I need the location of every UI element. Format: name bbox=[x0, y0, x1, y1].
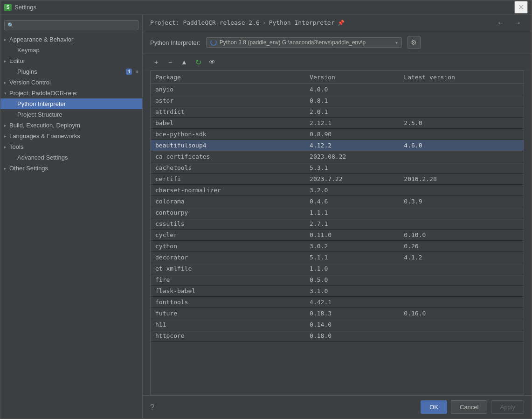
sidebar-item-project[interactable]: ▾Project: PaddleOCR-rele: bbox=[0, 88, 142, 98]
table-row[interactable]: fire0.5.0 bbox=[151, 274, 524, 286]
package-latest-version bbox=[399, 297, 524, 308]
sidebar-item-label: Project: PaddleOCR-rele: bbox=[9, 90, 78, 97]
table-row[interactable]: h110.14.0 bbox=[151, 319, 524, 330]
show-paths-button[interactable]: 👁 bbox=[206, 57, 218, 67]
sidebar-item-label: Editor bbox=[9, 57, 25, 64]
package-name: httpcore bbox=[151, 330, 305, 342]
content-area: 🔍 ▸Appearance & BehaviorKeymap▸EditorPlu… bbox=[0, 14, 532, 419]
table-row[interactable]: bce-python-sdk0.8.90 bbox=[151, 129, 524, 140]
package-version: 2023.08.22 bbox=[305, 151, 399, 162]
apply-button[interactable]: Apply bbox=[491, 400, 524, 414]
package-latest-version bbox=[399, 95, 524, 106]
table-row[interactable]: contourpy1.1.1 bbox=[151, 207, 524, 218]
package-name: cycler bbox=[151, 230, 305, 241]
table-row[interactable]: cycler0.11.00.10.0 bbox=[151, 230, 524, 241]
table-row[interactable]: ca-certificates2023.08.22 bbox=[151, 151, 524, 162]
table-row[interactable]: cachetools5.3.1 bbox=[151, 162, 524, 174]
sidebar-item-label: Build, Execution, Deploym bbox=[9, 122, 80, 129]
close-button[interactable]: ✕ bbox=[514, 1, 528, 14]
sidebar-item-label: Python Interpreter bbox=[17, 100, 66, 107]
package-table-container[interactable]: Package Version Latest version anyio4.0.… bbox=[150, 70, 524, 395]
sidebar-item-python-interpreter[interactable]: Python Interpreter bbox=[0, 98, 142, 109]
package-name: attrdict bbox=[151, 106, 305, 118]
ok-button[interactable]: OK bbox=[421, 400, 447, 414]
table-row[interactable]: flask-babel3.1.0 bbox=[151, 286, 524, 297]
package-name: astor bbox=[151, 95, 305, 106]
refresh-button[interactable]: ↻ bbox=[192, 57, 204, 67]
package-latest-version: 0.26 bbox=[399, 241, 524, 252]
package-version: 0.18.3 bbox=[305, 308, 399, 319]
sidebar-item-advanced[interactable]: Advanced Settings bbox=[0, 152, 142, 163]
package-latest-version bbox=[399, 151, 524, 162]
package-version: 0.5.0 bbox=[305, 274, 399, 286]
cancel-button[interactable]: Cancel bbox=[451, 400, 487, 414]
table-row[interactable]: babel2.12.12.5.0 bbox=[151, 118, 524, 129]
back-button[interactable]: ← bbox=[494, 18, 507, 28]
settings-window: S Settings ✕ 🔍 ▸Appearance & BehaviorKey… bbox=[0, 0, 532, 419]
table-row[interactable]: beautifulsoup44.12.24.6.0 bbox=[151, 140, 524, 151]
table-row[interactable]: charset-normalizer3.2.0 bbox=[151, 185, 524, 196]
table-row[interactable]: decorator5.1.14.1.2 bbox=[151, 252, 524, 263]
package-version: 2.7.1 bbox=[305, 218, 399, 230]
table-row[interactable]: anyio4.0.0 bbox=[151, 84, 524, 95]
package-latest-version: 4.6.0 bbox=[399, 140, 524, 151]
package-version: 1.1.0 bbox=[305, 263, 399, 274]
sidebar-nav: ▸Appearance & BehaviorKeymap▸EditorPlugi… bbox=[0, 34, 142, 174]
package-name: decorator bbox=[151, 252, 305, 263]
package-latest-version bbox=[399, 286, 524, 297]
forward-button[interactable]: → bbox=[511, 18, 524, 28]
package-version: 5.3.1 bbox=[305, 162, 399, 174]
package-latest-version: 0.16.0 bbox=[399, 308, 524, 319]
sidebar-item-label: Tools bbox=[9, 143, 23, 150]
table-row[interactable]: fonttools4.42.1 bbox=[151, 297, 524, 308]
package-version: 2.12.1 bbox=[305, 118, 399, 129]
table-row[interactable]: httpcore0.18.0 bbox=[151, 330, 524, 342]
package-name: babel bbox=[151, 118, 305, 129]
breadcrumb-sep: › bbox=[263, 19, 266, 26]
add-package-button[interactable]: + bbox=[150, 57, 162, 67]
package-name: charset-normalizer bbox=[151, 185, 305, 196]
sidebar-item-appearance[interactable]: ▸Appearance & Behavior bbox=[0, 34, 142, 45]
sidebar-item-label: Other Settings bbox=[9, 165, 48, 172]
gear-button[interactable]: ⚙ bbox=[408, 36, 421, 49]
table-row[interactable]: et-xmlfile1.1.0 bbox=[151, 263, 524, 274]
up-button[interactable]: ▲ bbox=[178, 57, 190, 67]
help-icon[interactable]: ? bbox=[150, 403, 154, 412]
table-row[interactable]: colorama0.4.60.3.9 bbox=[151, 196, 524, 207]
package-name: future bbox=[151, 308, 305, 319]
sidebar-item-project-structure[interactable]: Project Structure bbox=[0, 109, 142, 120]
package-version: 3.0.2 bbox=[305, 241, 399, 252]
table-row[interactable]: certifi2023.7.222016.2.28 bbox=[151, 174, 524, 185]
sidebar-item-plugins[interactable]: Plugins4≡ bbox=[0, 66, 142, 77]
table-row[interactable]: astor0.8.1 bbox=[151, 95, 524, 106]
search-input[interactable] bbox=[16, 22, 135, 28]
table-row[interactable]: future0.18.30.16.0 bbox=[151, 308, 524, 319]
title-bar: S Settings ✕ bbox=[0, 0, 532, 14]
sidebar-item-editor[interactable]: ▸Editor bbox=[0, 56, 142, 66]
sidebar-item-keymap[interactable]: Keymap bbox=[0, 45, 142, 56]
chevron-icon: ▾ bbox=[4, 91, 7, 96]
remove-package-button[interactable]: − bbox=[164, 57, 176, 67]
sidebar-item-build[interactable]: ▸Build, Execution, Deploym bbox=[0, 120, 142, 131]
package-name: h11 bbox=[151, 319, 305, 330]
search-box[interactable]: 🔍 bbox=[4, 20, 138, 30]
sidebar-item-tools[interactable]: ▸Tools bbox=[0, 141, 142, 152]
package-name: colorama bbox=[151, 196, 305, 207]
sidebar-item-version-control[interactable]: ▸Version Control bbox=[0, 77, 142, 88]
footer: ? OK Cancel Apply bbox=[143, 395, 532, 419]
chevron-icon: ▸ bbox=[4, 123, 7, 128]
sidebar-item-other[interactable]: ▸Other Settings bbox=[0, 163, 142, 174]
package-name: anyio bbox=[151, 84, 305, 95]
sidebar-item-label: Project Structure bbox=[17, 111, 62, 118]
sidebar-item-label: Version Control bbox=[9, 79, 51, 86]
chevron-icon: ▸ bbox=[4, 37, 7, 42]
col-version: Version bbox=[305, 71, 399, 84]
table-row[interactable]: attrdict2.0.1 bbox=[151, 106, 524, 118]
sidebar-item-languages[interactable]: ▸Languages & Frameworks bbox=[0, 131, 142, 141]
table-row[interactable]: cython3.0.20.26 bbox=[151, 241, 524, 252]
table-row[interactable]: cssutils2.7.1 bbox=[151, 218, 524, 230]
chevron-icon: ▸ bbox=[4, 134, 7, 139]
package-list: anyio4.0.0astor0.8.1attrdict2.0.1babel2.… bbox=[151, 84, 524, 342]
interpreter-select[interactable]: Python 3.8 (paddle_env) G:\anaconda3\env… bbox=[206, 37, 402, 48]
footer-buttons: OK Cancel Apply bbox=[421, 400, 524, 414]
